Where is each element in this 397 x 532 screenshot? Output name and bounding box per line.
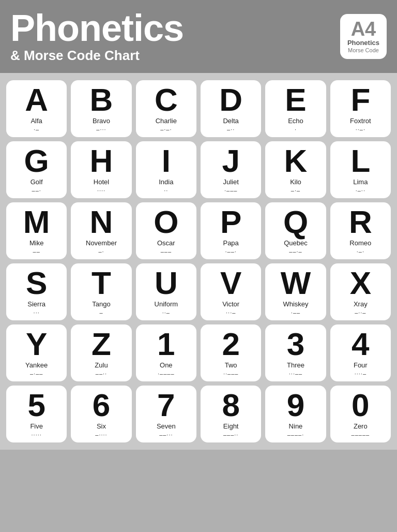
card-word: Seven xyxy=(157,422,176,431)
card-letter: I xyxy=(162,145,171,177)
phonetic-card: 1One·–––– xyxy=(136,324,196,381)
phonetic-card: 3Three···–– xyxy=(265,324,326,381)
card-letter: P xyxy=(220,206,241,238)
card-word: Echo xyxy=(288,117,303,125)
phonetic-card: YYankee–·–– xyxy=(6,324,67,381)
card-morse: ––––– xyxy=(352,432,370,438)
card-word: Alfa xyxy=(30,117,42,125)
card-letter: C xyxy=(155,84,178,116)
card-letter: 0 xyxy=(352,389,369,421)
card-morse: ––·· xyxy=(96,371,107,377)
subtitle: & Morse Code Chart xyxy=(10,48,184,64)
card-letter: K xyxy=(284,145,308,177)
phonetic-card: QQuebec––·– xyxy=(265,202,326,259)
card-morse: ·–– xyxy=(291,309,300,316)
phonetic-card: DDelta–·· xyxy=(201,80,261,137)
badge-a4: A4 xyxy=(351,19,376,39)
phonetic-card: BBravo–··· xyxy=(71,80,131,137)
card-morse: ·· xyxy=(164,187,168,194)
card-letter: S xyxy=(26,267,47,299)
phonetic-card: GGolf––· xyxy=(6,141,67,198)
phonetic-card: KKilo–·– xyxy=(265,141,326,198)
phonetic-card: 6Six–···· xyxy=(71,386,131,442)
card-morse: ·–––– xyxy=(158,371,175,377)
phonetic-card: CCharlie–·–· xyxy=(136,80,196,137)
card-word: Quebec xyxy=(284,239,308,247)
card-letter: X xyxy=(350,267,371,299)
card-word: Six xyxy=(97,422,106,431)
card-morse: – xyxy=(99,309,103,316)
card-morse: –···· xyxy=(95,432,107,438)
card-morse: –··– xyxy=(355,309,366,316)
phonetic-card: 0Zero––––– xyxy=(330,386,391,442)
card-letter: 7 xyxy=(157,389,175,421)
card-letter: O xyxy=(154,206,178,238)
card-morse: ––· xyxy=(32,187,41,194)
card-morse: ···– xyxy=(226,309,236,316)
phonetic-card: UUniform··– xyxy=(136,263,196,320)
phonetic-card: HHotel···· xyxy=(71,141,131,198)
header-title-group: Phonetics & Morse Code Chart xyxy=(10,9,184,64)
card-word: Papa xyxy=(223,239,238,247)
card-morse: ––– xyxy=(161,248,172,255)
badge-morse: Morse Code xyxy=(348,47,379,54)
card-letter: D xyxy=(219,84,242,116)
phonetic-card: 2Two··––– xyxy=(201,324,261,381)
card-word: Delta xyxy=(223,117,238,125)
card-letter: Z xyxy=(91,328,111,360)
card-morse: –– xyxy=(33,248,40,255)
phonetic-card: LLima·–·· xyxy=(330,141,391,198)
card-morse: ···–– xyxy=(289,371,302,377)
card-word: Juliet xyxy=(223,178,238,186)
phonetic-card: NNovember–· xyxy=(71,202,131,259)
header: Phonetics & Morse Code Chart A4 Phonetic… xyxy=(0,0,397,73)
card-letter: R xyxy=(349,206,372,238)
card-word: Mike xyxy=(29,239,43,247)
card-morse: –· xyxy=(98,248,104,255)
card-word: Five xyxy=(30,422,43,431)
card-morse: –··· xyxy=(96,126,106,132)
card-word: Zulu xyxy=(95,361,108,370)
card-morse: ·––· xyxy=(225,248,236,255)
phonetic-card: IIndia·· xyxy=(136,141,196,198)
phonetics-grid: AAlfa·–BBravo–···CCharlie–·–·DDelta–··EE… xyxy=(6,80,391,442)
phonetic-card: RRomeo·–· xyxy=(330,202,391,259)
phonetic-card: JJuliet·––– xyxy=(201,141,261,198)
card-letter: 9 xyxy=(287,389,304,421)
card-word: Uniform xyxy=(155,300,178,308)
card-morse: ––··· xyxy=(159,432,173,438)
card-morse: ···· xyxy=(97,187,105,194)
card-morse: ––·– xyxy=(289,248,302,255)
card-letter: H xyxy=(90,145,113,177)
card-word: Whiskey xyxy=(283,300,308,308)
card-word: Xray xyxy=(354,300,368,308)
card-word: Two xyxy=(225,361,237,370)
card-letter: 6 xyxy=(93,389,110,421)
card-word: Sierra xyxy=(27,300,45,308)
phonetic-card: 8Eight–––·· xyxy=(201,386,261,442)
phonetic-card: VVictor···– xyxy=(201,263,261,320)
card-letter: 1 xyxy=(157,328,175,360)
card-word: Foxtrot xyxy=(350,117,371,125)
card-letter: 2 xyxy=(222,328,239,360)
card-word: Victor xyxy=(222,300,239,308)
card-word: Tango xyxy=(92,300,110,308)
card-morse: ····– xyxy=(355,371,367,377)
card-letter: N xyxy=(90,206,113,238)
card-letter: 3 xyxy=(287,328,304,360)
card-word: Three xyxy=(287,361,304,370)
card-letter: E xyxy=(285,84,306,116)
card-morse: –·–– xyxy=(30,371,43,377)
phonetic-card: WWhiskey·–– xyxy=(265,263,326,320)
card-letter: W xyxy=(281,267,311,299)
phonetic-card: 9Nine––––· xyxy=(265,386,326,442)
card-word: Bravo xyxy=(93,117,110,125)
phonetic-card: 7Seven––··· xyxy=(136,386,196,442)
badge: A4 Phonetics Morse Code xyxy=(340,14,387,59)
card-word: Romeo xyxy=(349,239,371,247)
card-morse: ·–· xyxy=(357,248,364,255)
phonetic-card: OOscar––– xyxy=(136,202,196,259)
phonetic-card: 4Four····– xyxy=(330,324,391,381)
card-morse: · xyxy=(295,126,297,132)
card-morse: ··· xyxy=(34,309,40,316)
